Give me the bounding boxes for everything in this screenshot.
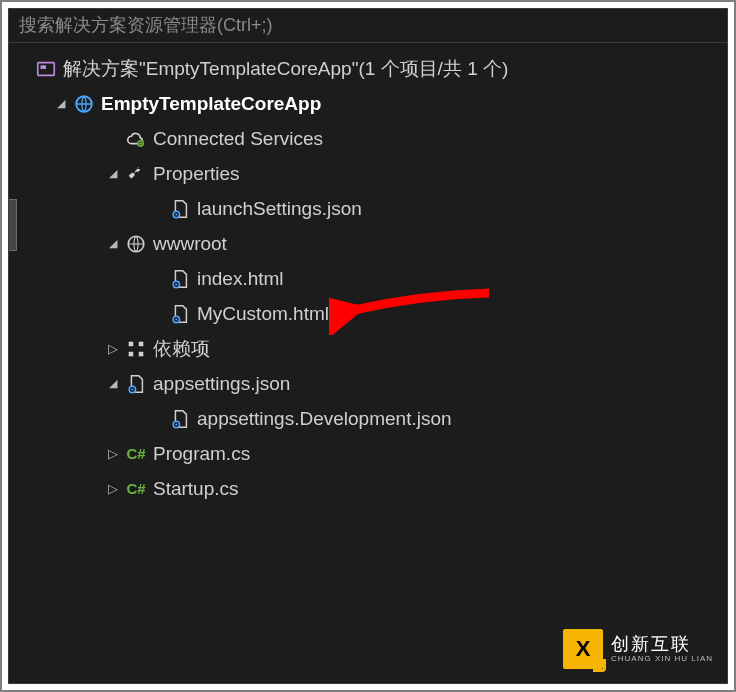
node-label: Startup.cs xyxy=(151,478,239,500)
svg-point-5 xyxy=(175,213,177,215)
solution-node[interactable]: 解决方案"EmptyTemplateCoreApp"(1 个项目/共 1 个) xyxy=(9,51,727,86)
tree-node-program-cs[interactable]: C# Program.cs xyxy=(9,436,727,471)
dependencies-icon xyxy=(121,338,151,360)
solution-tree: 解决方案"EmptyTemplateCoreApp"(1 个项目/共 1 个) … xyxy=(9,43,727,514)
svg-rect-1 xyxy=(41,65,47,69)
svg-rect-14 xyxy=(139,351,144,356)
expand-arrow-icon[interactable] xyxy=(105,446,121,461)
csharp-file-icon: C# xyxy=(121,480,151,497)
expand-arrow-icon[interactable] xyxy=(105,377,121,390)
search-row xyxy=(9,9,727,43)
node-label: launchSettings.json xyxy=(195,198,362,220)
node-label: 依赖项 xyxy=(151,336,210,362)
watermark: X 创新互联 CHUANG XIN HU LIAN xyxy=(563,629,713,669)
dock-handle[interactable] xyxy=(8,199,17,251)
wrench-icon xyxy=(121,163,151,185)
expand-arrow-icon[interactable] xyxy=(105,341,121,356)
html-file-icon xyxy=(165,268,195,290)
node-label: wwwroot xyxy=(151,233,227,255)
solution-label: 解决方案"EmptyTemplateCoreApp"(1 个项目/共 1 个) xyxy=(61,56,508,82)
tree-node-connected-services[interactable]: Connected Services xyxy=(9,121,727,156)
project-icon xyxy=(69,93,99,115)
node-label: index.html xyxy=(195,268,284,290)
node-label: appsettings.json xyxy=(151,373,290,395)
project-label: EmptyTemplateCoreApp xyxy=(99,93,321,115)
expand-arrow-icon[interactable] xyxy=(105,167,121,180)
tree-node-wwwroot[interactable]: wwwroot xyxy=(9,226,727,261)
svg-rect-12 xyxy=(139,341,144,346)
search-input[interactable] xyxy=(19,15,717,36)
html-file-icon xyxy=(165,303,195,325)
globe-icon xyxy=(121,233,151,255)
json-file-icon xyxy=(121,373,151,395)
watermark-en: CHUANG XIN HU LIAN xyxy=(611,655,713,664)
csharp-file-icon: C# xyxy=(121,445,151,462)
project-node[interactable]: EmptyTemplateCoreApp xyxy=(9,86,727,121)
tree-node-dependencies[interactable]: 依赖项 xyxy=(9,331,727,366)
node-label: Program.cs xyxy=(151,443,250,465)
tree-node-startup-cs[interactable]: C# Startup.cs xyxy=(9,471,727,506)
tree-node-appsettings[interactable]: appsettings.json xyxy=(9,366,727,401)
tree-node-index-html[interactable]: index.html xyxy=(9,261,727,296)
tree-node-appsettings-dev[interactable]: appsettings.Development.json xyxy=(9,401,727,436)
json-file-icon xyxy=(165,408,195,430)
node-label: Connected Services xyxy=(151,128,323,150)
svg-rect-11 xyxy=(129,341,134,346)
json-file-icon xyxy=(165,198,195,220)
solution-icon xyxy=(31,58,61,80)
expand-arrow-icon[interactable] xyxy=(53,97,69,110)
node-label: Properties xyxy=(151,163,240,185)
svg-point-10 xyxy=(175,318,177,320)
svg-point-18 xyxy=(175,423,177,425)
expand-arrow-icon[interactable] xyxy=(105,481,121,496)
watermark-cn: 创新互联 xyxy=(611,635,713,653)
cloud-icon xyxy=(121,128,151,150)
tree-node-properties[interactable]: Properties xyxy=(9,156,727,191)
tree-node-launchsettings[interactable]: launchSettings.json xyxy=(9,191,727,226)
svg-point-16 xyxy=(131,388,133,390)
node-label: MyCustom.html xyxy=(195,303,329,325)
solution-explorer-panel: 解决方案"EmptyTemplateCoreApp"(1 个项目/共 1 个) … xyxy=(8,8,728,684)
svg-point-8 xyxy=(175,283,177,285)
tree-node-mycustom-html[interactable]: MyCustom.html xyxy=(9,296,727,331)
node-label: appsettings.Development.json xyxy=(195,408,452,430)
svg-rect-13 xyxy=(129,351,134,356)
expand-arrow-icon[interactable] xyxy=(105,237,121,250)
watermark-logo-icon: X xyxy=(563,629,603,669)
